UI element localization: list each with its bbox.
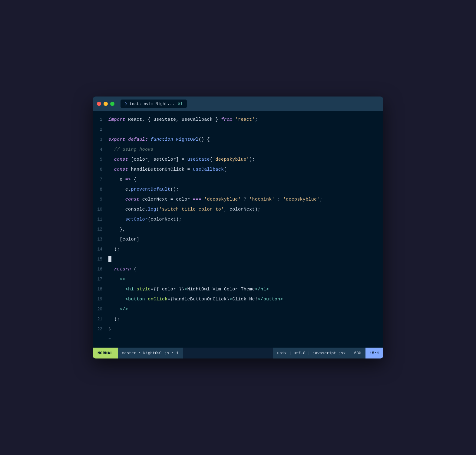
line-content-9: const colorNext = color === 'deepskyblue… [108, 195, 322, 205]
statusbar: NORMAL master • NightOwl.js • 1 unix | u… [93, 348, 383, 358]
line-content-17: <> [108, 275, 125, 284]
line-number-21: 21 [93, 314, 108, 324]
line-content-19: <button onClick={handleButtonOnClick}>Cl… [108, 295, 283, 304]
line-number-19: 19 [93, 294, 108, 304]
line-number-3: 3 [93, 135, 108, 144]
code-line-6: 6 const handleButtonOnClick = useCallbac… [93, 165, 383, 175]
line-number-13: 13 [93, 234, 108, 244]
tab-shortcut: ⌘1 [178, 102, 182, 106]
line-content-15 [108, 255, 111, 264]
maximize-button[interactable] [110, 102, 114, 106]
code-line-18: 18 <h1 style={{ color }}>NightOwl Vim Co… [93, 284, 383, 294]
code-line-21: 21 ); [93, 314, 383, 324]
cursor [108, 256, 111, 262]
line-number-18: 18 [93, 284, 108, 294]
line-content-13: [color] [108, 235, 139, 244]
titlebar: ❯ test: nvim Night... ⌘1 [93, 97, 383, 111]
code-line-16: 16 return ( [93, 264, 383, 274]
line-number-16: 16 [93, 264, 108, 274]
tab-title: test: nvim Night... [130, 102, 174, 106]
line-content-22: } [108, 325, 111, 334]
line-content-4: // using hooks [108, 145, 154, 155]
line-content-16: return ( [108, 265, 137, 274]
code-line-tilde: ~ [93, 334, 383, 344]
code-line-9: 9 const colorNext = color === 'deepskybl… [93, 195, 383, 205]
code-line-5: 5 const [color, setColor] = useState('de… [93, 155, 383, 165]
line-content-10: console.log('switch title color to', col… [108, 205, 260, 214]
status-right: unix | utf-8 | javascript.jsx 68% 15:1 [273, 348, 383, 358]
line-content-2 [108, 125, 111, 135]
line-number-9: 9 [93, 195, 108, 204]
line-number-10: 10 [93, 205, 108, 214]
status-branch: master • NightOwl.js • 1 [118, 348, 183, 358]
terminal-icon: ❯ [125, 101, 127, 106]
line-content-18: <h1 style={{ color }}>NightOwl Vim Color… [108, 285, 269, 294]
line-number-2: 2 [93, 125, 108, 134]
line-number-17: 17 [93, 274, 108, 284]
code-line-7: 7 e => { [93, 175, 383, 185]
line-number-1: 1 [93, 115, 108, 124]
status-percent: 68% [350, 348, 365, 358]
code-line-17: 17 <> [93, 274, 383, 284]
code-line-22: 22 } [93, 324, 383, 334]
status-position: 15:1 [365, 348, 383, 358]
line-content-tilde: ~ [108, 334, 111, 344]
line-content-6: const handleButtonOnClick = useCallback( [108, 165, 227, 175]
line-number-4: 4 [93, 145, 108, 154]
code-line-11: 11 setColor(colorNext); [93, 214, 383, 224]
line-number-7: 7 [93, 175, 108, 184]
code-line-19: 19 <button onClick={handleButtonOnClick}… [93, 294, 383, 304]
code-line-4: 4 // using hooks [93, 145, 383, 155]
minimize-button[interactable] [104, 102, 108, 106]
line-content-12: }, [108, 225, 125, 234]
close-button[interactable] [97, 102, 101, 106]
line-content-8: e.preventDefault(); [108, 185, 179, 195]
line-content-1: import React, { useState, useCallback } … [108, 115, 258, 125]
line-content-7: e => { [108, 175, 137, 185]
code-line-12: 12 }, [93, 224, 383, 234]
line-number-22: 22 [93, 324, 108, 334]
status-encoding: unix | utf-8 | javascript.jsx [273, 348, 350, 358]
code-line-14: 14 ); [93, 244, 383, 254]
code-line-1: 1 import React, { useState, useCallback … [93, 115, 383, 125]
code-line-15: 15 [93, 254, 383, 264]
editor-window: ❯ test: nvim Night... ⌘1 1 import React,… [93, 97, 383, 358]
line-number-15: 15 [93, 254, 108, 264]
code-line-2: 2 [93, 125, 383, 135]
code-line-10: 10 console.log('switch title color to', … [93, 205, 383, 214]
line-content-11: setColor(colorNext); [108, 215, 182, 224]
line-number-12: 12 [93, 224, 108, 234]
code-line-8: 8 e.preventDefault(); [93, 185, 383, 195]
line-number-20: 20 [93, 304, 108, 314]
editor-area: 1 import React, { useState, useCallback … [93, 111, 383, 348]
line-number-8: 8 [93, 185, 108, 194]
line-content-20: </> [108, 305, 128, 314]
code-line-20: 20 </> [93, 304, 383, 314]
line-content-3: export default function NightOwl() { [108, 135, 210, 145]
code-line-13: 13 [color] [93, 234, 383, 244]
editor-tab[interactable]: ❯ test: nvim Night... ⌘1 [121, 100, 187, 108]
code-line-3: 3 export default function NightOwl() { [93, 135, 383, 145]
line-number-14: 14 [93, 244, 108, 254]
status-mode: NORMAL [93, 348, 118, 358]
line-content-5: const [color, setColor] = useState('deep… [108, 155, 255, 165]
line-number-6: 6 [93, 165, 108, 174]
line-content-14: ); [108, 245, 120, 254]
line-content-21: ); [108, 315, 120, 324]
traffic-lights [97, 102, 114, 106]
line-number-5: 5 [93, 155, 108, 164]
line-number-11: 11 [93, 214, 108, 224]
